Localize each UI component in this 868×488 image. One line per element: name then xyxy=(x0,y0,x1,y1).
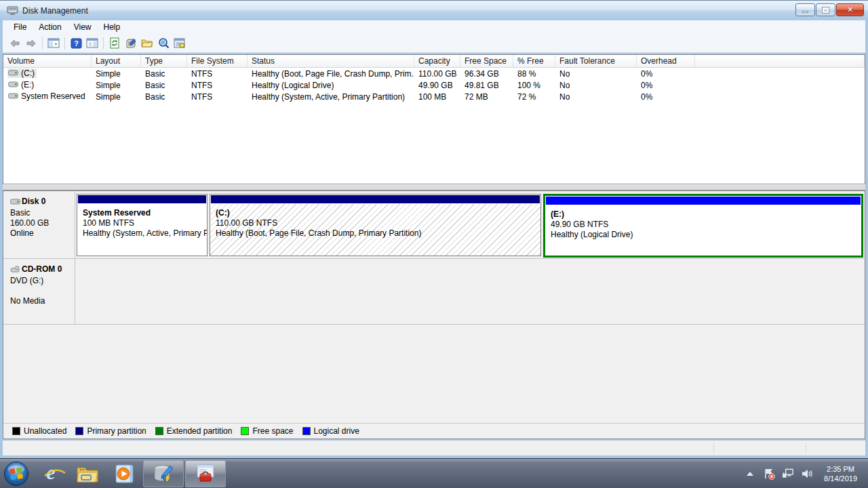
partition-color-bar xyxy=(546,197,861,205)
settings-button[interactable] xyxy=(172,36,188,51)
disk-management-taskbar-icon xyxy=(153,464,174,484)
column-header-status[interactable]: Status xyxy=(248,55,414,67)
column-header-volume[interactable]: Volume xyxy=(3,55,92,67)
table-row-system-reserved[interactable]: System Reserved Simple Basic NTFS Health… xyxy=(3,91,865,102)
cell-free-space: 96.34 GB xyxy=(460,69,513,79)
volume-name: System Reserved xyxy=(21,92,85,101)
disk-name: Disk 0 xyxy=(22,197,45,207)
cell-fault-tolerance: No xyxy=(555,92,637,102)
volume-button[interactable] xyxy=(801,468,813,480)
svg-text:?: ? xyxy=(74,39,79,47)
column-header-capacity[interactable]: Capacity xyxy=(414,55,460,67)
column-header-file-system[interactable]: File System xyxy=(187,55,248,67)
cdrom-0-label[interactable]: CD-ROM 0 DVD (G:) No Media xyxy=(3,259,75,324)
show-console-tree-icon xyxy=(47,38,60,48)
disk-size: 160.00 GB xyxy=(10,218,49,228)
legend-swatch-unallocated xyxy=(12,427,20,435)
partition-c[interactable]: (C:) 110.00 GB NTFS Healthy (Boot, Page … xyxy=(210,194,541,256)
disk-0-partitions: System Reserved 100 MB NTFS Healthy (Sys… xyxy=(75,191,865,258)
cell-type: Basic xyxy=(141,69,187,79)
forward-button[interactable] xyxy=(23,36,39,51)
disk-0-row: Disk 0 Basic 160.00 GB Online System Res… xyxy=(3,191,865,259)
cdrom-name: CD-ROM 0 xyxy=(22,264,62,274)
minimize-button[interactable] xyxy=(795,3,815,16)
menu-file[interactable]: File xyxy=(8,21,32,33)
close-button[interactable]: ✕ xyxy=(836,3,864,16)
flag-icon xyxy=(763,468,775,480)
column-header-fault-tolerance[interactable]: Fault Tolerance xyxy=(555,55,637,67)
volume-label-e[interactable]: (E:) xyxy=(7,80,36,89)
properties-button[interactable] xyxy=(123,36,139,51)
rescan-magnifier-icon xyxy=(158,37,170,49)
taskbar-item-toolbox[interactable] xyxy=(185,460,226,487)
close-icon: ✕ xyxy=(847,5,853,14)
cell-overhead: 0% xyxy=(637,69,695,79)
partition-status: Healthy (Boot, Page File, Crash Dump, Pr… xyxy=(216,228,421,238)
partition-system-reserved[interactable]: System Reserved 100 MB NTFS Healthy (Sys… xyxy=(77,194,208,256)
refresh-button[interactable] xyxy=(106,36,123,51)
start-button[interactable] xyxy=(0,459,33,488)
volume-label-c[interactable]: (C:) xyxy=(7,68,37,78)
legend-bar: Unallocated Primary partition Extended p… xyxy=(3,423,865,439)
column-header-layout[interactable]: Layout xyxy=(92,55,141,67)
media-player-icon xyxy=(113,464,135,484)
volume-list-header: Volume Layout Type File System Status Ca… xyxy=(3,55,865,68)
column-header-free-space[interactable]: Free Space xyxy=(460,55,513,67)
help-button[interactable]: ? xyxy=(68,36,84,51)
restore-button[interactable] xyxy=(816,3,835,16)
cell-file-system: NTFS xyxy=(187,81,248,90)
menu-action[interactable]: Action xyxy=(33,21,66,33)
legend-item-extended-partition: Extended partition xyxy=(155,426,233,436)
disk-0-label[interactable]: Disk 0 Basic 160.00 GB Online xyxy=(3,191,75,258)
volume-list-pane: Volume Layout Type File System Status Ca… xyxy=(3,54,865,184)
column-header-type[interactable]: Type xyxy=(141,55,187,67)
volume-drive-icon xyxy=(8,92,18,100)
title-bar[interactable]: Disk Management ✕ xyxy=(0,0,868,20)
graphical-view-pane: Disk 0 Basic 160.00 GB Online System Res… xyxy=(3,190,865,439)
rescan-button[interactable] xyxy=(155,36,172,51)
pane-splitter[interactable] xyxy=(3,184,865,190)
show-action-pane-icon xyxy=(86,38,98,48)
cdrom-icon xyxy=(10,266,20,273)
open-button[interactable] xyxy=(139,36,155,51)
action-center-button[interactable] xyxy=(763,468,775,480)
show-hidden-icons-button[interactable] xyxy=(744,468,756,480)
menu-help[interactable]: Help xyxy=(98,21,126,33)
taskbar-item-media-player[interactable] xyxy=(106,460,142,487)
clock-time: 2:35 PM xyxy=(824,464,857,474)
taskbar-clock[interactable]: 2:35 PM 8/14/2019 xyxy=(820,464,861,483)
cell-overhead: 0% xyxy=(637,92,695,102)
column-header-pct-free[interactable]: % Free xyxy=(513,55,555,67)
back-button[interactable] xyxy=(7,36,23,51)
disk-kind: Basic xyxy=(10,208,30,218)
volume-label-system-reserved[interactable]: System Reserved xyxy=(7,92,87,101)
show-console-tree-button[interactable] xyxy=(45,36,62,51)
partition-e[interactable]: (E:) 49.90 GB NTFS Healthy (Logical Driv… xyxy=(543,194,863,258)
cell-overhead: 0% xyxy=(637,81,695,90)
taskbar-item-windows-explorer[interactable] xyxy=(69,460,106,487)
refresh-icon xyxy=(109,37,120,49)
clock-date: 8/14/2019 xyxy=(824,474,857,483)
show-action-pane-button[interactable] xyxy=(84,36,100,51)
toolbar: ? xyxy=(3,34,865,53)
taskbar-item-internet-explorer[interactable]: e xyxy=(33,460,69,487)
taskbar-item-disk-management[interactable] xyxy=(143,460,184,487)
network-icon xyxy=(782,468,794,479)
menu-view[interactable]: View xyxy=(68,21,97,33)
cell-status: Healthy (System, Active, Primary Partiti… xyxy=(248,92,414,102)
open-folder-icon xyxy=(141,38,153,48)
legend-label: Primary partition xyxy=(87,426,146,436)
cell-fault-tolerance: No xyxy=(555,81,637,90)
minimize-icon xyxy=(802,11,808,13)
table-row-volume-e[interactable]: (E:) Simple Basic NTFS Healthy (Logical … xyxy=(3,79,865,91)
network-status-button[interactable] xyxy=(782,468,794,480)
cell-type: Basic xyxy=(141,81,187,90)
partition-color-bar xyxy=(78,195,206,203)
table-row-volume-c[interactable]: (C:) Simple Basic NTFS Healthy (Boot, Pa… xyxy=(3,68,865,79)
column-header-overhead[interactable]: Overhead xyxy=(637,55,695,67)
cell-pct-free: 72 % xyxy=(513,92,555,102)
toolbar-separator xyxy=(42,37,43,49)
volume-name: (C:) xyxy=(21,68,35,78)
settings-gear-icon xyxy=(174,38,186,49)
help-icon: ? xyxy=(71,38,82,49)
